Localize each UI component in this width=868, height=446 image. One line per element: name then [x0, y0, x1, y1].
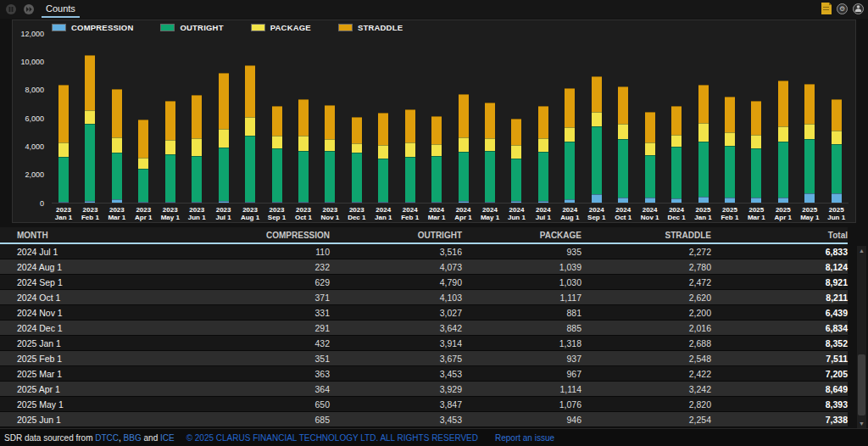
table-row[interactable]: 2025 Jan 14323,9141,3182,6888,352 — [0, 336, 848, 351]
bar-segment-straddle[interactable] — [751, 101, 761, 135]
table-row[interactable]: 2024 Oct 13714,1031,1172,6208,211 — [0, 290, 848, 305]
bar-segment-straddle[interactable] — [431, 116, 442, 144]
bar-2025-feb-1[interactable] — [725, 97, 735, 203]
bar-segment-straddle[interactable] — [378, 113, 388, 145]
bar-segment-outright[interactable] — [85, 124, 95, 201]
bar-segment-package[interactable] — [485, 138, 495, 152]
bar-segment-compression[interactable] — [832, 193, 842, 203]
bar-segment-outright[interactable] — [565, 142, 575, 199]
column-header-month[interactable]: MONTH — [0, 231, 212, 240]
bar-2023-apr-1[interactable] — [138, 120, 148, 203]
bar-segment-outright[interactable] — [272, 148, 282, 202]
bar-segment-outright[interactable] — [165, 154, 175, 202]
bar-segment-compression[interactable] — [352, 202, 362, 203]
bar-segment-outright[interactable] — [298, 151, 309, 203]
bar-segment-package[interactable] — [112, 137, 122, 153]
table-row[interactable]: 2025 Apr 13643,9291,1143,2428,649 — [0, 382, 848, 397]
bar-segment-compression[interactable] — [192, 202, 202, 203]
bar-segment-compression[interactable] — [778, 198, 788, 203]
bar-segment-compression[interactable] — [405, 202, 415, 203]
dtcc-link[interactable]: DTCC — [95, 433, 119, 443]
column-header-straddle[interactable]: STRADDLE — [581, 231, 711, 240]
bar-segment-outright[interactable] — [245, 136, 255, 202]
bar-2024-sep-1[interactable] — [592, 76, 602, 203]
bar-segment-compression[interactable] — [698, 197, 709, 203]
bar-segment-outright[interactable] — [832, 144, 842, 193]
table-row[interactable]: 2025 Feb 13513,6759372,5487,511 — [0, 351, 848, 366]
legend-item-package[interactable]: PACKAGE — [251, 23, 311, 32]
bar-segment-compression[interactable] — [671, 198, 682, 203]
bar-segment-straddle[interactable] — [645, 112, 655, 143]
bar-segment-compression[interactable] — [592, 194, 602, 203]
bar-2025-apr-1[interactable] — [778, 81, 788, 203]
column-header-package[interactable]: PACKAGE — [462, 231, 581, 240]
bar-segment-compression[interactable] — [272, 202, 282, 203]
bar-segment-package[interactable] — [751, 135, 761, 148]
bar-segment-compression[interactable] — [325, 202, 335, 203]
bar-segment-straddle[interactable] — [671, 106, 682, 135]
bar-segment-package[interactable] — [538, 138, 548, 152]
bar-segment-outright[interactable] — [618, 139, 628, 197]
bar-segment-outright[interactable] — [778, 142, 788, 197]
bar-2024-jul-1[interactable] — [538, 106, 548, 203]
table-row[interactable]: 2025 Jun 16853,4539462,2547,338 — [0, 412, 848, 427]
bar-segment-package[interactable] — [219, 129, 229, 148]
scroll-up-arrow-icon[interactable]: ▲ — [857, 246, 866, 255]
notes-icon[interactable] — [821, 3, 832, 14]
bar-segment-package[interactable] — [565, 127, 575, 142]
bar-segment-compression[interactable] — [804, 193, 815, 203]
bar-segment-straddle[interactable] — [565, 88, 575, 127]
bar-segment-package[interactable] — [138, 158, 148, 169]
legend-item-compression[interactable]: COMPRESSION — [52, 23, 133, 32]
bar-segment-compression[interactable] — [751, 198, 761, 203]
bar-segment-straddle[interactable] — [112, 89, 122, 137]
bar-segment-compression[interactable] — [431, 202, 442, 203]
bar-segment-compression[interactable] — [378, 202, 388, 203]
account-icon[interactable] — [853, 3, 864, 14]
bar-segment-outright[interactable] — [671, 147, 682, 198]
bar-segment-outright[interactable] — [725, 146, 735, 198]
bar-segment-outright[interactable] — [592, 126, 602, 194]
bar-segment-package[interactable] — [698, 123, 709, 142]
bar-segment-package[interactable] — [804, 124, 815, 139]
bar-2024-oct-1[interactable] — [618, 86, 628, 203]
bar-segment-package[interactable] — [618, 124, 628, 140]
bar-segment-package[interactable] — [192, 138, 202, 156]
bar-segment-straddle[interactable] — [459, 94, 469, 137]
bar-segment-package[interactable] — [272, 136, 282, 148]
bar-2025-may-1[interactable] — [804, 84, 815, 203]
bar-2025-jun-1[interactable] — [832, 99, 842, 203]
bar-segment-straddle[interactable] — [405, 109, 415, 143]
bar-2024-feb-1[interactable] — [405, 109, 415, 203]
bar-segment-compression[interactable] — [85, 201, 95, 203]
bar-segment-outright[interactable] — [485, 151, 495, 202]
bar-segment-straddle[interactable] — [592, 76, 602, 111]
bar-segment-package[interactable] — [405, 142, 415, 157]
bar-segment-compression[interactable] — [58, 202, 69, 203]
bar-segment-compression[interactable] — [618, 198, 628, 203]
table-row[interactable]: 2024 Sep 16294,7901,0302,4728,921 — [0, 275, 848, 290]
bar-segment-package[interactable] — [645, 142, 655, 155]
bar-segment-package[interactable] — [165, 140, 175, 153]
bar-segment-compression[interactable] — [511, 201, 521, 203]
bar-2023-may-1[interactable] — [165, 101, 175, 203]
bar-segment-straddle[interactable] — [192, 95, 202, 138]
bar-segment-outright[interactable] — [219, 148, 229, 201]
bar-segment-outright[interactable] — [112, 153, 122, 199]
bar-segment-package[interactable] — [778, 126, 788, 142]
scroll-down-arrow-icon[interactable]: ▼ — [857, 419, 866, 428]
bar-2024-dec-1[interactable] — [671, 106, 682, 203]
ice-link[interactable]: ICE — [160, 433, 175, 443]
bar-segment-compression[interactable] — [725, 198, 735, 203]
bar-2025-jan-1[interactable] — [698, 85, 709, 203]
table-row[interactable]: 2024 Jul 11103,5169352,2726,833 — [0, 244, 848, 259]
bar-segment-straddle[interactable] — [725, 97, 735, 132]
bar-segment-straddle[interactable] — [272, 106, 282, 136]
bar-segment-outright[interactable] — [459, 152, 469, 201]
bar-segment-compression[interactable] — [219, 201, 229, 203]
bar-segment-package[interactable] — [592, 112, 602, 126]
table-scrollbar[interactable]: ▲ ▼ — [857, 246, 866, 428]
bar-segment-straddle[interactable] — [138, 120, 148, 158]
bar-segment-outright[interactable] — [192, 156, 202, 201]
bar-segment-outright[interactable] — [804, 139, 815, 193]
